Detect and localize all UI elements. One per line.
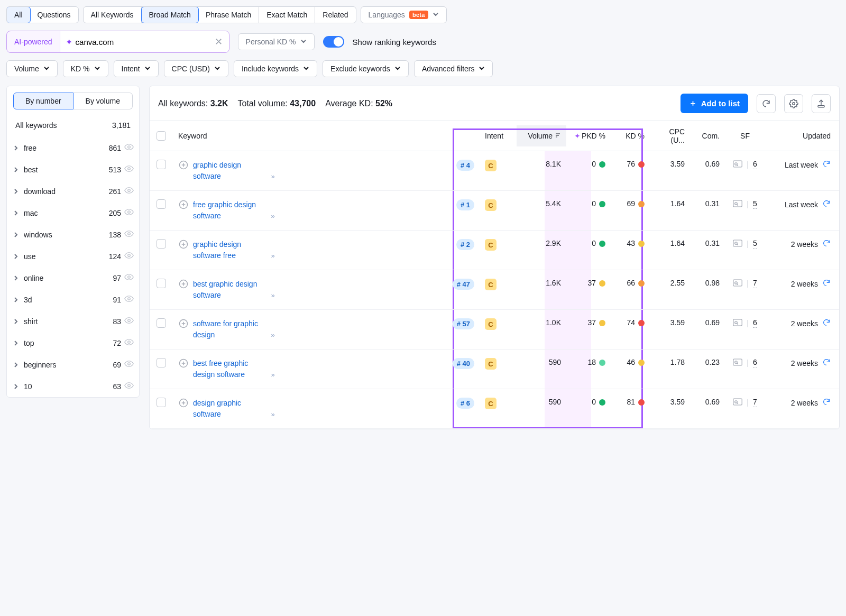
row-checkbox[interactable] [157,358,166,367]
sidebar-item[interactable]: free 861 [7,137,139,159]
serp-icon[interactable] [733,279,742,288]
eye-icon[interactable] [124,186,134,197]
keyword-link[interactable]: graphic design software free [193,239,267,261]
filter-exclude-keywords[interactable]: Exclude keywords [323,60,409,77]
open-icon[interactable]: » [269,331,275,339]
open-icon[interactable]: » [269,371,275,379]
sidebar-item[interactable]: use 124 [7,245,139,267]
col-sf[interactable]: SF [725,125,765,146]
col-intent[interactable]: Intent [480,125,517,146]
col-volume[interactable]: Volume [517,125,566,146]
sidebar-item[interactable]: top 72 [7,332,139,354]
eye-icon[interactable] [124,272,134,283]
languages-dropdown[interactable]: Languages beta [361,6,447,23]
filter-include-keywords[interactable]: Include keywords [234,60,317,77]
sidebar-item[interactable]: mac 205 [7,202,139,224]
expand-icon[interactable] [178,160,189,172]
col-kd[interactable]: KD % [611,125,650,146]
col-updated[interactable]: Updated [765,125,839,146]
keyword-link[interactable]: graphic design software [193,160,267,182]
row-checkbox[interactable] [157,160,166,169]
refresh-row-icon[interactable] [822,239,831,249]
eye-icon[interactable] [124,251,134,262]
serp-icon[interactable] [733,398,742,407]
keyword-link[interactable]: design graphic software [193,398,267,420]
row-checkbox[interactable] [157,318,166,328]
settings-button[interactable] [784,94,803,113]
col-pkd[interactable]: ✦PKD % [566,125,611,146]
clear-icon[interactable]: ✕ [215,36,223,48]
eye-icon[interactable] [124,381,134,392]
sidebar-item[interactable]: windows 138 [7,224,139,245]
expand-icon[interactable] [178,199,189,212]
serp-icon[interactable] [733,160,742,169]
eye-icon[interactable] [124,316,134,327]
sidebar-item[interactable]: 10 63 [7,375,139,397]
col-cpc[interactable]: CPC (U... [650,121,690,151]
filter-kd-[interactable]: KD % [63,60,108,77]
refresh-row-icon[interactable] [822,199,831,209]
refresh-row-icon[interactable] [822,318,831,328]
tab-phrase match[interactable]: Phrase Match [198,7,259,23]
personal-kd-dropdown[interactable]: Personal KD % [238,33,315,50]
open-icon[interactable]: » [269,291,275,299]
sidebar-item[interactable]: best 513 [7,159,139,180]
tab-related[interactable]: Related [315,7,355,23]
eye-icon[interactable] [124,207,134,218]
keyword-link[interactable]: best graphic design software [193,279,267,301]
serp-icon[interactable] [733,200,742,209]
keyword-link[interactable]: free graphic design software [193,199,267,222]
serp-icon[interactable] [733,358,742,367]
sidebar-item[interactable]: online 97 [7,267,139,289]
eye-icon[interactable] [124,337,134,348]
tab-exact match[interactable]: Exact Match [259,7,315,23]
sidebar-seg-by volume[interactable]: By volume [73,93,133,109]
eye-icon[interactable] [124,359,134,370]
show-ranking-toggle[interactable] [323,36,344,48]
open-icon[interactable]: » [269,172,275,180]
eye-icon[interactable] [124,294,134,305]
expand-icon[interactable] [178,279,189,291]
expand-icon[interactable] [178,318,189,330]
row-checkbox[interactable] [157,279,166,288]
open-icon[interactable]: » [269,212,275,220]
open-icon[interactable]: » [269,252,275,260]
keyword-link[interactable]: software for graphic design [193,318,267,341]
expand-icon[interactable] [178,358,189,370]
filter-advanced-filters[interactable]: Advanced filters [414,60,493,77]
refresh-row-icon[interactable] [822,279,831,289]
refresh-button[interactable] [757,94,776,113]
tab-all[interactable]: All [6,6,31,23]
eye-icon[interactable] [124,142,134,153]
sidebar-item[interactable]: shirt 83 [7,310,139,332]
tab-questions[interactable]: Questions [30,7,78,23]
row-checkbox[interactable] [157,398,166,407]
filter-intent[interactable]: Intent [114,60,159,77]
open-icon[interactable]: » [269,410,275,418]
refresh-row-icon[interactable] [822,358,831,368]
tab-all keywords[interactable]: All Keywords [84,7,142,23]
serp-icon[interactable] [733,240,742,249]
eye-icon[interactable] [124,164,134,175]
export-button[interactable] [812,94,831,113]
filter-volume[interactable]: Volume [6,60,58,77]
sidebar-item[interactable]: 3d 91 [7,289,139,310]
select-all-checkbox[interactable] [157,131,166,141]
col-com[interactable]: Com. [690,125,725,146]
eye-icon[interactable] [124,229,134,240]
tab-broad match[interactable]: Broad Match [141,6,199,23]
sidebar-seg-by number[interactable]: By number [13,93,73,109]
refresh-row-icon[interactable] [822,398,831,408]
expand-icon[interactable] [178,239,189,251]
serp-icon[interactable] [733,319,742,328]
col-keyword[interactable]: Keyword [173,125,480,146]
keyword-link[interactable]: best free graphic design software [193,358,267,380]
refresh-row-icon[interactable] [822,160,831,170]
filter-cpc-usd-[interactable]: CPC (USD) [164,60,228,77]
domain-input[interactable] [72,33,215,51]
sidebar-item[interactable]: download 261 [7,180,139,202]
sidebar-item[interactable]: beginners 69 [7,354,139,375]
row-checkbox[interactable] [157,239,166,249]
add-to-list-button[interactable]: ＋ Add to list [681,94,748,113]
row-checkbox[interactable] [157,199,166,209]
